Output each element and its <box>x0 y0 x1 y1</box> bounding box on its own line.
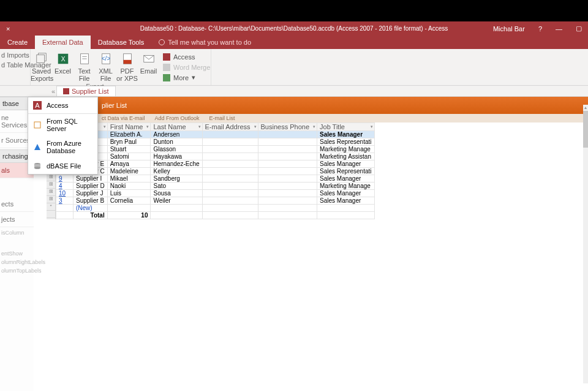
table-row[interactable]: 7Supplier EAmayaHernandez-EcheSales Mana… <box>56 160 375 168</box>
cell-last-name[interactable]: Weiler <box>151 197 202 205</box>
cell-email[interactable] <box>202 197 258 205</box>
cell-last-name[interactable]: Hayakawa <box>151 153 202 160</box>
tab-create[interactable]: Create <box>0 36 35 49</box>
saved-imports-button[interactable]: d Imports <box>1 51 29 59</box>
cell-last-name[interactable]: Sandberg <box>151 175 202 183</box>
vertical-scrollbar[interactable]: ▴ <box>583 105 588 383</box>
new-record-row[interactable]: (New) <box>56 205 375 212</box>
dropdown-item-azure[interactable]: From Azure Database <box>28 136 97 158</box>
cell-email[interactable] <box>202 138 258 146</box>
row-selector[interactable]: ⊞ <box>47 196 55 203</box>
cell-job-title[interactable]: Sales Representati <box>317 138 375 146</box>
tab-scroll-left-icon[interactable]: « <box>51 86 56 96</box>
export-xml-button[interactable]: </>XML File <box>95 51 116 82</box>
cell-last-name[interactable]: Kelley <box>151 168 202 175</box>
cell-last-name[interactable]: Glasson <box>151 146 202 153</box>
cell-phone[interactable] <box>258 175 317 183</box>
cell-phone[interactable] <box>258 138 317 146</box>
cell-job-title[interactable]: Sales Manager <box>317 131 375 138</box>
close-back-icon[interactable]: × <box>6 25 10 32</box>
scroll-up-icon[interactable]: ▴ <box>583 105 588 111</box>
cell-last-name[interactable]: Sato <box>151 183 202 190</box>
filter-dropdown-icon[interactable]: ▾ <box>313 124 315 129</box>
form-action-collect-email[interactable]: ct Data via E-mail <box>102 115 145 121</box>
dropdown-item-dbase[interactable]: dBASE File <box>28 158 97 174</box>
cell-phone[interactable] <box>258 168 317 175</box>
total-row-selector[interactable] <box>47 211 55 218</box>
table-row[interactable]: 10Supplier JLuisSousaSales Manager <box>56 190 375 197</box>
row-selector[interactable]: ⊞ <box>47 189 55 196</box>
linked-table-manager-button[interactable]: d Table Manager <box>1 61 29 69</box>
export-excel-button[interactable]: XExcel <box>52 51 74 82</box>
cell-email[interactable] <box>202 168 258 175</box>
new-row-selector[interactable] <box>47 203 55 211</box>
cell-company[interactable]: Supplier D <box>74 183 108 190</box>
cell-last-name[interactable]: Hernandez-Eche <box>151 160 202 168</box>
cell-job-title[interactable]: Sales Manager <box>317 197 375 205</box>
table-row[interactable]: SatomiHayakawaMarketing Assistan <box>56 153 375 160</box>
form-action-email-list[interactable]: E-mail List <box>209 115 235 121</box>
filter-dropdown-icon[interactable]: ▾ <box>198 124 201 129</box>
minimize-icon[interactable]: — <box>556 25 562 32</box>
cell-job-title[interactable]: Sales Manager <box>317 175 375 183</box>
cell-company[interactable]: Supplier B <box>74 197 108 205</box>
saved-exports-button[interactable]: Saved Exports <box>31 51 52 82</box>
table-row[interactable]: StuartGlassonMarketing Manage <box>56 146 375 153</box>
table-row[interactable]: 3Supplier BCorneliaWeilerSales Manager <box>56 197 375 205</box>
dropdown-item-sql-server[interactable]: From SQL Server <box>28 114 97 136</box>
filter-dropdown-icon[interactable]: ▾ <box>254 124 257 129</box>
col-first-name[interactable]: First Name▾ <box>107 123 151 131</box>
cell-last-name[interactable]: Andersen <box>151 131 202 138</box>
export-access-button[interactable]: Access <box>163 51 211 62</box>
table-row[interactable]: Bryn PaulDuntonSales Representati <box>56 138 375 146</box>
cell-email[interactable] <box>202 153 258 160</box>
form-action-add-outlook[interactable]: Add From Outlook <box>155 115 200 121</box>
cell-phone[interactable] <box>258 146 317 153</box>
table-row[interactable]: 4Supplier DNaokiSatoMarketing Manage <box>56 183 375 190</box>
cell-last-name[interactable]: Sousa <box>151 190 202 197</box>
cell-job-title[interactable]: Sales Manager <box>317 190 375 197</box>
cell-phone[interactable] <box>258 183 317 190</box>
cell-phone[interactable] <box>258 197 317 205</box>
cell-job-title[interactable]: Marketing Manage <box>317 183 375 190</box>
cell-company[interactable]: Supplier J <box>74 190 108 197</box>
cell-first-name[interactable]: Naoki <box>107 183 151 190</box>
help-icon[interactable]: ? <box>538 25 542 32</box>
cell-email[interactable] <box>202 175 258 183</box>
cell-phone[interactable] <box>258 160 317 168</box>
row-selector[interactable]: ⊞ <box>47 174 55 181</box>
tell-me-search[interactable]: Tell me what you want to do <box>151 36 258 49</box>
table-row[interactable]: 8Supplier CMadeleineKelleySales Represen… <box>56 168 375 175</box>
cell-job-title[interactable]: Marketing Assistan <box>317 153 375 160</box>
export-pdf-button[interactable]: PDF or XPS <box>116 51 138 82</box>
cell-phone[interactable] <box>258 190 317 197</box>
row-selector[interactable]: ⊞ <box>47 181 55 189</box>
tab-external-data[interactable]: External Data <box>35 36 91 49</box>
col-job-title[interactable]: Job Title▾ <box>317 123 375 131</box>
export-email-button[interactable]: Email <box>138 51 159 82</box>
cell-company[interactable]: Supplier I <box>74 175 108 183</box>
cell-first-name[interactable]: Mikael <box>107 175 151 183</box>
cell-id[interactable]: 3 <box>56 197 74 205</box>
cell-id[interactable]: 10 <box>56 190 74 197</box>
cell-email[interactable] <box>202 146 258 153</box>
cell-first-name[interactable]: Luis <box>107 190 151 197</box>
table-row[interactable]: 1Elizabeth A.AndersenSales Manager <box>56 131 375 138</box>
cell-job-title[interactable]: Marketing Manage <box>317 146 375 153</box>
cell-last-name[interactable]: Dunton <box>151 138 202 146</box>
cell-id[interactable]: 9 <box>56 175 74 183</box>
cell-phone[interactable] <box>258 153 317 160</box>
cell-first-name[interactable]: Amaya <box>107 160 151 168</box>
cell-first-name[interactable]: Madeleine <box>107 168 151 175</box>
cell-first-name[interactable]: Bryn Paul <box>107 138 151 146</box>
col-email[interactable]: E-mail Address▾ <box>202 123 258 131</box>
col-business-phone[interactable]: Business Phone▾ <box>258 123 317 131</box>
filter-dropdown-icon[interactable]: ▾ <box>104 124 106 129</box>
tab-database-tools[interactable]: Database Tools <box>91 36 152 49</box>
export-more-button[interactable]: More ▾ <box>163 72 211 83</box>
cell-job-title[interactable]: Sales Representati <box>317 168 375 175</box>
scroll-thumb[interactable] <box>583 111 588 148</box>
cell-email[interactable] <box>202 160 258 168</box>
cell-first-name[interactable]: Cornelia <box>107 197 151 205</box>
nav-item-jects[interactable]: jects <box>0 212 34 227</box>
